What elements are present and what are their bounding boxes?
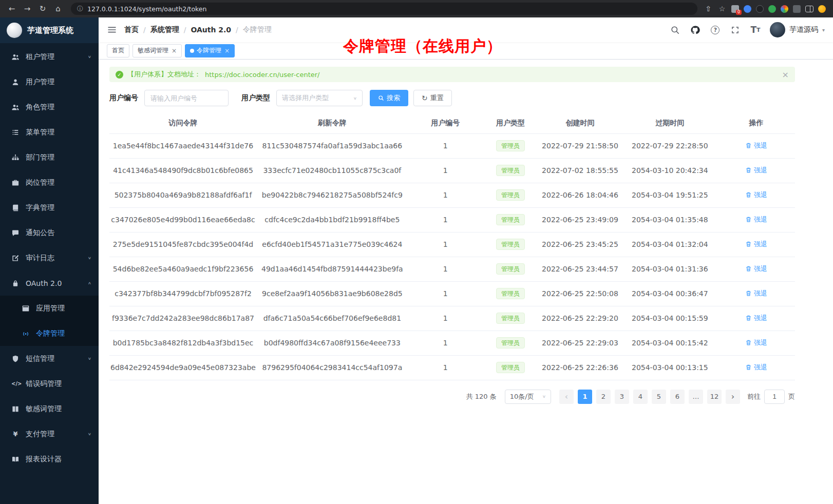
close-icon[interactable]: × bbox=[224, 47, 230, 54]
sidebar-item-notice[interactable]: 通知公告 bbox=[0, 220, 99, 245]
extension-icon-6[interactable] bbox=[793, 5, 801, 13]
extension-icon-3[interactable] bbox=[756, 5, 764, 13]
user-profile-menu[interactable]: 芋道源码 ▾ bbox=[770, 22, 825, 37]
alert-close-icon[interactable]: × bbox=[782, 70, 789, 80]
doc-link[interactable]: https://doc.iocoder.cn/user-center/ bbox=[205, 71, 319, 79]
more-pages-button[interactable]: … bbox=[689, 390, 703, 404]
back-icon[interactable]: ← bbox=[5, 2, 18, 15]
page-button-1[interactable]: 1 bbox=[578, 390, 592, 404]
goto-page-input[interactable] bbox=[764, 390, 785, 404]
address-bar[interactable]: ⓘ 127.0.0.1:1024/system/oauth2/token bbox=[71, 3, 697, 15]
sidebar-item-error-code[interactable]: </> 错误码管理 bbox=[0, 371, 99, 396]
tab-token-management[interactable]: 令牌管理 × bbox=[185, 44, 235, 57]
breadcrumb-system[interactable]: 系统管理 bbox=[150, 25, 179, 34]
user-type-label: 用户类型 bbox=[241, 93, 270, 103]
sidebar-item-report-designer[interactable]: 报表设计器 bbox=[0, 447, 99, 472]
extension-icon-2[interactable] bbox=[744, 5, 751, 13]
home-icon[interactable]: ⌂ bbox=[51, 2, 65, 15]
sidebar-item-app-management[interactable]: 应用管理 bbox=[0, 296, 99, 321]
extension-icon-1[interactable]: 0 bbox=[731, 5, 739, 13]
force-logout-button[interactable]: 强退 bbox=[745, 166, 767, 175]
page-size-select[interactable]: 10条/页 ∨ bbox=[505, 390, 551, 404]
sidebar-item-dept[interactable]: 部门管理 bbox=[0, 145, 99, 170]
sidebar-item-token-management[interactable]: 令牌管理 bbox=[0, 321, 99, 346]
help-icon[interactable]: ? bbox=[710, 24, 721, 35]
force-logout-label: 强退 bbox=[754, 190, 767, 200]
search-button[interactable]: 搜索 bbox=[370, 90, 408, 106]
close-icon[interactable]: × bbox=[172, 47, 177, 54]
column-actions: 操作 bbox=[717, 113, 795, 133]
forward-icon[interactable]: → bbox=[21, 2, 34, 15]
force-logout-button[interactable]: 强退 bbox=[745, 141, 767, 150]
edit-log-icon bbox=[11, 254, 20, 262]
bookmark-star-icon[interactable]: ☆ bbox=[717, 4, 727, 13]
share-icon[interactable]: ⇧ bbox=[704, 4, 713, 13]
sidebar-item-tenant[interactable]: 租户管理 ∨ bbox=[0, 44, 99, 69]
page-button-4[interactable]: 4 bbox=[633, 390, 648, 404]
reload-icon[interactable]: ↻ bbox=[36, 2, 49, 15]
force-logout-button[interactable]: 强退 bbox=[745, 240, 767, 249]
sidebar-item-user[interactable]: 用户管理 bbox=[0, 69, 99, 94]
cell-expire-time: 2054-03-04 00:15:59 bbox=[622, 306, 718, 331]
cell-user-type: 管理员 bbox=[483, 133, 538, 158]
force-logout-button[interactable]: 强退 bbox=[745, 363, 767, 372]
sidebar-item-sms[interactable]: 短信管理 ∨ bbox=[0, 346, 99, 371]
sidebar-item-dict[interactable]: 字典管理 bbox=[0, 195, 99, 220]
fullscreen-icon[interactable] bbox=[730, 24, 741, 35]
cell-expire-time: 2022-07-29 22:28:50 bbox=[622, 133, 718, 158]
prev-page-button[interactable]: ‹ bbox=[559, 390, 574, 404]
sidebar: 芋道管理系统 租户管理 ∨ 用户管理 角色管理 菜单管理 bbox=[0, 17, 99, 504]
tab-home[interactable]: 首页 bbox=[107, 44, 129, 57]
page-button-6[interactable]: 6 bbox=[670, 390, 685, 404]
sidebar-item-role[interactable]: 角色管理 bbox=[0, 94, 99, 120]
sidebar-item-sensitive-words[interactable]: 敏感词管理 bbox=[0, 396, 99, 421]
extension-icon-5[interactable] bbox=[781, 5, 788, 13]
filter-form: 用户编号 用户类型 请选择用户类型 ∨ 搜索 ↻ 重置 bbox=[109, 90, 795, 106]
page-button-12[interactable]: 12 bbox=[707, 390, 722, 404]
tab-sensitive-words[interactable]: 敏感词管理 × bbox=[132, 44, 182, 57]
profile-avatar-icon[interactable] bbox=[818, 5, 826, 13]
search-button-label: 搜索 bbox=[387, 93, 400, 103]
force-logout-button[interactable]: 强退 bbox=[745, 264, 767, 274]
force-logout-button[interactable]: 强退 bbox=[745, 215, 767, 224]
breadcrumb-oauth2[interactable]: OAuth 2.0 bbox=[191, 26, 231, 34]
sidebar-item-audit-log[interactable]: 审计日志 ∨ bbox=[0, 245, 99, 270]
force-logout-button[interactable]: 强退 bbox=[745, 338, 767, 347]
extension-icon-4[interactable] bbox=[768, 5, 776, 13]
delete-icon bbox=[745, 191, 752, 198]
header-search-icon[interactable] bbox=[670, 24, 681, 35]
sidebar-item-oauth2[interactable]: OAuth 2.0 ∧ bbox=[0, 270, 99, 296]
font-size-icon[interactable]: TT bbox=[750, 24, 761, 35]
page-button-3[interactable]: 3 bbox=[615, 390, 629, 404]
user-type-select[interactable]: 请选择用户类型 ∨ bbox=[276, 90, 363, 106]
sidebar-item-post[interactable]: 岗位管理 bbox=[0, 170, 99, 195]
sidebar-item-menu[interactable]: 菜单管理 bbox=[0, 120, 99, 145]
page-button-5[interactable]: 5 bbox=[652, 390, 666, 404]
user-type-placeholder: 请选择用户类型 bbox=[282, 93, 329, 103]
username: 芋道源码 bbox=[789, 25, 818, 34]
github-icon[interactable] bbox=[690, 24, 701, 35]
app-logo[interactable]: 芋道管理系统 bbox=[0, 17, 99, 43]
page-button-2[interactable]: 2 bbox=[596, 390, 611, 404]
table-row: c347026e805e4d99b0d116eae66eda8c cdfc4ce… bbox=[109, 207, 795, 232]
cell-access-token: 502375b8040a469a9b82188afdf6af1f bbox=[109, 183, 257, 207]
table-row: 41c41346a548490f9dc8b01c6bfe0865 333ecfc… bbox=[109, 158, 795, 183]
cell-actions: 强退 bbox=[717, 331, 795, 355]
goto-suffix: 页 bbox=[788, 392, 795, 401]
reset-button[interactable]: ↻ 重置 bbox=[413, 90, 452, 106]
user-id-input[interactable] bbox=[144, 90, 229, 106]
hamburger-icon[interactable] bbox=[107, 25, 117, 35]
site-info-icon[interactable]: ⓘ bbox=[77, 5, 83, 13]
split-view-icon[interactable] bbox=[805, 6, 813, 12]
page-size-value: 10条/页 bbox=[510, 392, 534, 401]
breadcrumb-home[interactable]: 首页 bbox=[124, 25, 139, 34]
force-logout-button[interactable]: 强退 bbox=[745, 314, 767, 323]
force-logout-button[interactable]: 强退 bbox=[745, 190, 767, 200]
org-tree-icon bbox=[11, 153, 20, 162]
cell-user-type: 管理员 bbox=[483, 355, 538, 380]
force-logout-button[interactable]: 强退 bbox=[745, 289, 767, 298]
cell-refresh-token: 333ecfc71e02480cb11055c875c3ca0f bbox=[257, 158, 408, 183]
next-page-button[interactable]: › bbox=[726, 390, 740, 404]
sidebar-item-payment[interactable]: ¥ 支付管理 ∨ bbox=[0, 421, 99, 447]
cell-refresh-token: 9ce8ef2aa9f14056b831ae9b608e28d5 bbox=[257, 281, 408, 306]
